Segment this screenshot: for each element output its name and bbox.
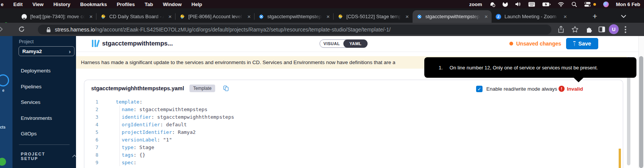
address-bar[interactable]: stress.harness.io/ng/account/zEaak-FLS42… [38, 25, 551, 35]
yaml-line-1[interactable]: 1template: [84, 98, 614, 105]
bookmark-star-icon[interactable] [571, 26, 579, 33]
browser-menu-icon[interactable] [625, 26, 626, 34]
new-tab-button[interactable]: + [593, 13, 597, 20]
banner-text: Harness has made a significant update to… [76, 60, 395, 65]
save-button[interactable]: ↑ Save [566, 38, 598, 49]
app-update-alert-icon[interactable]: ! [489, 1, 495, 7]
menu-clock[interactable]: Mon 6 Feb [616, 2, 640, 7]
tab-title: [PIE-8066] Account level t [188, 14, 244, 19]
browser-tab-0[interactable]: [feat]:[pie-7340]: move co× [17, 10, 96, 23]
sidebar-item-deployments[interactable]: Deployments [12, 63, 76, 79]
yaml-line-6[interactable]: 6 versionLabel: "1" [84, 136, 614, 143]
menu-item-tab[interactable]: Tab [144, 2, 153, 7]
sidebar-items: DeploymentsPipelinesServicesEnvironments… [12, 63, 76, 142]
tab-title: Launch Meeting - Zoom [504, 14, 560, 19]
menu-item-edit[interactable]: Edit [13, 2, 23, 7]
sidebar-divider [19, 144, 70, 145]
svg-text:!: ! [493, 5, 494, 7]
tab-close-icon[interactable]: × [563, 14, 567, 19]
keyboard-icon[interactable] [528, 1, 535, 7]
volume-icon[interactable] [515, 1, 521, 7]
browser-tab-4[interactable]: [CDS-50122] Stage templa× [334, 10, 413, 23]
extensions-puzzle-icon[interactable] [586, 26, 593, 33]
menu-item-partial[interactable]: e [1, 2, 3, 7]
sidebar-item-services[interactable]: Services [12, 94, 76, 110]
browser-tab-6[interactable]: ZLaunch Meeting - Zoom× [492, 10, 571, 23]
module-rail: e cts nents [0, 36, 12, 168]
yaml-line-3[interactable]: 3 identifier: stgacctempwighhthtempsteps [84, 113, 614, 121]
harness-icon [258, 14, 264, 20]
project-setup-label: PROJECT SETUP [21, 152, 63, 161]
wifi-icon[interactable] [558, 1, 564, 7]
line-content: projectIdentifier: Ramya2 [98, 129, 196, 135]
unsaved-changes-badge: Unsaved changes [509, 41, 561, 47]
share-icon[interactable] [558, 26, 564, 33]
battery-icon[interactable] [542, 1, 551, 7]
rail-label-fragment[interactable]: e [2, 88, 5, 93]
browser-tab-2[interactable]: [PIE-8066] Account level t× [175, 10, 254, 23]
yaml-line-8[interactable]: 8 tags: {} [84, 151, 614, 159]
browser-tab-3[interactable]: stgacctempwithtempsteps× [254, 10, 334, 23]
menu-item-history[interactable]: History [53, 2, 70, 7]
yaml-line-9[interactable]: 9 spec: [84, 159, 614, 166]
tab-close-icon[interactable]: × [484, 14, 488, 19]
project-label: Project [19, 39, 34, 44]
yaml-line-2[interactable]: 2 name: stgacctempwithtempsteps [84, 105, 614, 113]
project-selector[interactable]: Ramya2 › [19, 46, 74, 56]
github-icon [21, 14, 27, 20]
forward-icon[interactable] [0, 26, 4, 33]
tab-close-icon[interactable]: × [89, 14, 93, 19]
bird-icon [337, 14, 343, 20]
line-number: 6 [84, 137, 98, 143]
tab-close-icon[interactable]: × [326, 14, 330, 19]
overview-ruler-warning-marker [619, 149, 621, 168]
tab-title: [CDS-50122] Stage templa [346, 14, 402, 19]
rail-label-fragment[interactable]: cts [0, 125, 5, 129]
yaml-line-7[interactable]: 7 type: Stage [84, 143, 614, 151]
sidebar-item-pipelines[interactable]: Pipelines [12, 79, 76, 95]
menu-item-window[interactable]: Window [163, 2, 182, 7]
menu-item-zoom[interactable]: zoom [469, 2, 482, 7]
control-center-icon[interactable] [584, 1, 591, 7]
unsaved-changes-label: Unsaved changes [516, 41, 561, 47]
reload-icon[interactable] [18, 26, 25, 33]
checkbox-checked-icon[interactable]: ✓ [476, 86, 483, 92]
browser-tab-5-active[interactable]: stgacctempwithtempsteps× [413, 10, 492, 23]
svg-text:Z: Z [497, 14, 500, 19]
tab-search-chevron-icon[interactable] [621, 15, 626, 18]
tab-title: stgacctempwithtempsteps [425, 14, 481, 19]
tab-title: [feat]:[pie-7340]: move co [30, 14, 86, 19]
readwrite-label[interactable]: Enable read/write mode always [486, 86, 557, 92]
lock-icon[interactable] [46, 27, 51, 33]
yaml-line-5[interactable]: 5 projectIdentifier: Ramya2 [84, 128, 614, 136]
sidebar-item-gitops[interactable]: GitOps [12, 126, 76, 142]
siri-icon[interactable] [603, 1, 609, 7]
sidebar-item-project-setup[interactable]: PROJECT SETUP [21, 152, 76, 161]
project-sidebar: Project Ramya2 › DeploymentsPipelinesSer… [12, 36, 76, 168]
copy-icon[interactable] [223, 86, 229, 91]
spotlight-search-icon[interactable] [571, 1, 577, 7]
sidebar-item-environments[interactable]: Environments [12, 110, 76, 126]
tab-close-icon[interactable]: × [168, 14, 172, 19]
readwrite-toggle: ✓ Enable read/write mode always [476, 86, 557, 92]
line-number: 7 [84, 144, 98, 150]
profile-avatar[interactable]: U [609, 24, 619, 34]
toggle-visual[interactable]: VISUAL [320, 41, 343, 46]
menu-item-view[interactable]: View [33, 2, 43, 7]
module-icon-partial[interactable] [0, 74, 9, 86]
yaml-line-4[interactable]: 4 orgIdentifier: default [84, 121, 614, 128]
tab-close-icon[interactable]: × [405, 14, 409, 19]
browser-scrollbar-thumb[interactable] [639, 56, 643, 168]
menu-item-bookmarks[interactable]: Bookmarks [80, 2, 107, 7]
menu-item-help[interactable]: Help [191, 2, 202, 7]
yaml-code[interactable]: 1template:2 name: stgacctempwithtempstep… [84, 98, 614, 166]
c-shape-menu-icon[interactable] [503, 1, 508, 7]
side-panel-icon[interactable] [599, 27, 605, 32]
line-content: orgIdentifier: default [98, 122, 187, 127]
menu-item-profiles[interactable]: Profiles [117, 2, 135, 7]
upload-arrow-icon: ↑ [573, 41, 576, 46]
tab-close-icon[interactable]: × [247, 14, 251, 19]
browser-tab-1[interactable]: CD Daily Status Board - Ag× [96, 10, 175, 23]
module-green-icon[interactable] [0, 158, 6, 166]
toggle-yaml[interactable]: YAML [343, 39, 368, 48]
